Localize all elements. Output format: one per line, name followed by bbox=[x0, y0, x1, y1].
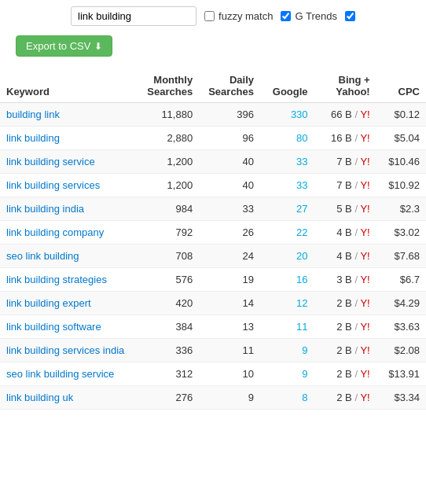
keyword-link[interactable]: link building software bbox=[6, 321, 101, 333]
bing-y: Y! bbox=[360, 156, 369, 167]
keyword-link[interactable]: building link bbox=[6, 109, 60, 120]
monthly-cell: 576 bbox=[133, 268, 199, 292]
google-cell: 12 bbox=[260, 292, 314, 315]
keyword-cell: link building software bbox=[0, 315, 133, 339]
header-keyword: Keyword bbox=[0, 69, 133, 103]
bing-slash: / bbox=[352, 392, 361, 403]
google-cell: 33 bbox=[260, 150, 314, 174]
keyword-cell: link building service bbox=[0, 150, 133, 174]
bing-y: Y! bbox=[360, 274, 369, 285]
cpc-cell: $0.12 bbox=[376, 103, 426, 127]
cpc-cell: $2.3 bbox=[376, 197, 426, 221]
gtrends-group: G Trends bbox=[281, 10, 336, 22]
fuzzy-match-label[interactable]: fuzzy match bbox=[219, 10, 273, 22]
keyword-link[interactable]: link building bbox=[6, 132, 60, 144]
keyword-cell: link building uk bbox=[0, 386, 133, 410]
bing-number: 7 bbox=[336, 179, 345, 191]
bing-cell: 2 B / Y! bbox=[314, 362, 376, 386]
bing-y: Y! bbox=[360, 297, 369, 309]
bing-b: B bbox=[345, 368, 352, 380]
bing-number: 2 bbox=[336, 297, 345, 309]
monthly-cell: 984 bbox=[133, 197, 199, 221]
gtrends-checkbox[interactable] bbox=[281, 11, 291, 21]
keyword-link[interactable]: link building india bbox=[6, 203, 84, 215]
daily-cell: 96 bbox=[199, 127, 260, 150]
monthly-cell: 336 bbox=[133, 339, 199, 362]
bing-number: 7 bbox=[336, 156, 345, 167]
cpc-cell: $3.02 bbox=[376, 221, 426, 245]
daily-cell: 9 bbox=[199, 386, 260, 410]
monthly-cell: 11,880 bbox=[133, 103, 199, 127]
monthly-cell: 1,200 bbox=[133, 150, 199, 174]
daily-cell: 33 bbox=[199, 197, 260, 221]
bing-number: 4 bbox=[336, 226, 345, 238]
table-row: link building uk276982 B / Y!$3.34 bbox=[0, 386, 426, 410]
google-cell: 11 bbox=[260, 315, 314, 339]
google-cell: 20 bbox=[260, 245, 314, 268]
export-csv-button[interactable]: Export to CSV bbox=[16, 35, 112, 57]
bing-b: B bbox=[345, 109, 352, 120]
keyword-link[interactable]: link building service bbox=[6, 156, 95, 167]
keyword-link[interactable]: link building strategies bbox=[6, 274, 107, 285]
bing-slash: / bbox=[352, 250, 361, 262]
bing-b: B bbox=[345, 392, 352, 403]
keyword-link[interactable]: link building company bbox=[6, 226, 104, 238]
monthly-cell: 276 bbox=[133, 386, 199, 410]
fuzzy-match-checkbox[interactable] bbox=[204, 11, 215, 21]
bing-number: 5 bbox=[336, 203, 345, 215]
daily-cell: 40 bbox=[199, 174, 260, 197]
daily-cell: 10 bbox=[199, 362, 260, 386]
keyword-link[interactable]: seo link building bbox=[6, 250, 79, 262]
bing-cell: 66 B / Y! bbox=[314, 103, 376, 127]
keyword-cell: link building expert bbox=[0, 292, 133, 315]
bing-cell: 2 B / Y! bbox=[314, 339, 376, 362]
bing-b: B bbox=[345, 226, 352, 238]
bing-number: 2 bbox=[336, 344, 345, 356]
monthly-cell: 312 bbox=[133, 362, 199, 386]
google-cell: 33 bbox=[260, 174, 314, 197]
bing-b: B bbox=[345, 344, 352, 356]
bing-y: Y! bbox=[360, 250, 369, 262]
table-row: link building expert42014122 B / Y!$4.29 bbox=[0, 292, 426, 315]
keyword-link[interactable]: link building services bbox=[6, 179, 100, 191]
gtrends-label[interactable]: G Trends bbox=[295, 10, 336, 22]
bing-slash: / bbox=[352, 368, 361, 380]
table-row: link building strategies57619163 B / Y!$… bbox=[0, 268, 426, 292]
fuzzy-match-group: fuzzy match bbox=[204, 10, 273, 22]
bing-y: Y! bbox=[360, 392, 369, 403]
daily-cell: 396 bbox=[199, 103, 260, 127]
header-bing: Bing + Yahoo! bbox=[314, 69, 376, 103]
table-row: link building india98433275 B / Y!$2.3 bbox=[0, 197, 426, 221]
cpc-cell: $3.63 bbox=[376, 315, 426, 339]
extra-checkbox-group bbox=[345, 11, 355, 21]
search-input[interactable]: link building bbox=[71, 6, 196, 26]
bing-slash: / bbox=[352, 132, 361, 144]
keyword-link[interactable]: seo link building service bbox=[6, 368, 114, 380]
bing-slash: / bbox=[352, 109, 361, 120]
bing-number: 16 bbox=[331, 132, 345, 144]
keyword-link[interactable]: link building uk bbox=[6, 392, 73, 403]
cpc-cell: $5.04 bbox=[376, 127, 426, 150]
download-icon bbox=[94, 40, 102, 52]
bing-cell: 7 B / Y! bbox=[314, 150, 376, 174]
bing-y: Y! bbox=[360, 344, 369, 356]
table-header-row: Keyword Monthly Searches Daily Searches … bbox=[0, 69, 426, 103]
keyword-link[interactable]: link building expert bbox=[6, 297, 91, 309]
bing-cell: 2 B / Y! bbox=[314, 386, 376, 410]
monthly-cell: 792 bbox=[133, 221, 199, 245]
daily-cell: 13 bbox=[199, 315, 260, 339]
extra-checkbox[interactable] bbox=[345, 11, 355, 21]
google-cell: 16 bbox=[260, 268, 314, 292]
bing-b: B bbox=[345, 250, 352, 262]
bing-slash: / bbox=[352, 321, 361, 333]
bing-cell: 3 B / Y! bbox=[314, 268, 376, 292]
bing-number: 4 bbox=[336, 250, 345, 262]
keyword-link[interactable]: link building services india bbox=[6, 344, 124, 356]
keyword-cell: link building india bbox=[0, 197, 133, 221]
bing-cell: 5 B / Y! bbox=[314, 197, 376, 221]
bing-number: 66 bbox=[331, 109, 345, 120]
google-cell: 27 bbox=[260, 197, 314, 221]
monthly-cell: 1,200 bbox=[133, 174, 199, 197]
cpc-cell: $7.68 bbox=[376, 245, 426, 268]
bing-number: 2 bbox=[336, 368, 345, 380]
